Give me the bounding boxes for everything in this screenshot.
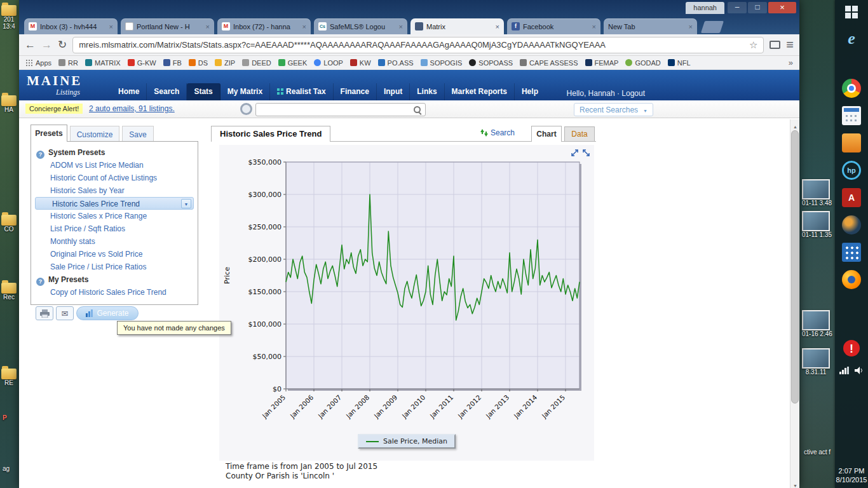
email-button[interactable]: [56, 306, 74, 320]
bookmark[interactable]: CAPE ASSESS: [520, 59, 578, 67]
bookmark[interactable]: DEED: [242, 59, 271, 67]
desktop-folder[interactable]: CO: [1, 215, 17, 233]
nav-input[interactable]: Input: [377, 83, 410, 101]
ie-icon[interactable]: e: [842, 29, 861, 48]
nav-help[interactable]: Help: [515, 83, 545, 101]
preset-item[interactable]: Historic Sales x Price Range: [34, 210, 195, 222]
browser-tab[interactable]: Inbox (72) - hanna: [217, 18, 311, 34]
report-search-button[interactable]: Search: [480, 128, 515, 137]
print-button[interactable]: [36, 306, 53, 320]
tab-close-icon[interactable]: [206, 23, 210, 30]
nav-finance[interactable]: Finance: [334, 83, 377, 101]
tab-data[interactable]: Data: [564, 126, 595, 142]
bookmark[interactable]: DS: [189, 59, 208, 67]
site-logo[interactable]: MAINE: [27, 73, 82, 89]
browser-tab[interactable]: New Tab: [604, 18, 697, 34]
minimize-button[interactable]: [728, 2, 747, 13]
calendar-icon[interactable]: [842, 106, 861, 125]
tab-close-icon[interactable]: [689, 23, 693, 30]
globe-icon[interactable]: [842, 215, 861, 234]
scrollbar[interactable]: [790, 119, 799, 488]
browser-tab[interactable]: Facebook: [507, 18, 600, 34]
bookmarks-overflow-icon[interactable]: [789, 58, 793, 67]
tray-icons[interactable]: [835, 365, 868, 377]
scroll-down-button[interactable]: [790, 478, 799, 488]
desktop-image[interactable]: 01-16 2.46: [802, 310, 832, 337]
desktop-image[interactable]: 01-11 1.35: [802, 211, 832, 238]
bookmark[interactable]: Apps: [25, 59, 51, 67]
browser-tab[interactable]: SafeMLS® Logou: [314, 18, 407, 34]
preset-item[interactable]: Historic Sales by Year: [34, 184, 195, 197]
desktop-label[interactable]: ag: [3, 465, 10, 472]
help-icon[interactable]: [36, 151, 44, 159]
cast-icon[interactable]: [770, 41, 780, 49]
bookmark[interactable]: KW: [350, 59, 371, 67]
bookmark-star-icon[interactable]: [749, 39, 757, 51]
desktop-image[interactable]: 8.31.11: [802, 348, 830, 376]
desktop-folder[interactable]: HA: [1, 95, 17, 113]
firefox-icon[interactable]: [842, 270, 861, 289]
hp-icon[interactable]: hp: [842, 161, 861, 180]
chrome-icon[interactable]: [842, 79, 861, 98]
desktop-label[interactable]: P: [3, 414, 7, 421]
back-button[interactable]: [25, 39, 36, 50]
preset-item[interactable]: Copy of Historic Sales Price Trend: [34, 286, 195, 299]
desktop-image[interactable]: 01-11 3.48: [802, 179, 832, 207]
bookmark[interactable]: RR: [58, 59, 78, 67]
preset-item[interactable]: Sale Price / List Price Ratios: [34, 261, 195, 273]
speed-bar-icon[interactable]: [240, 103, 252, 115]
preset-dropdown-button[interactable]: [181, 199, 191, 208]
preset-item[interactable]: List Price / Sqft Ratios: [34, 222, 195, 235]
bookmark[interactable]: PO.ASS: [378, 59, 414, 67]
adobe-pdf-icon[interactable]: A: [842, 188, 861, 207]
alert-icon[interactable]: !: [843, 340, 860, 356]
bookmark[interactable]: ZIP: [215, 59, 235, 67]
nav-search[interactable]: Search: [147, 83, 187, 101]
bookmark[interactable]: SOPOGIS: [421, 59, 463, 67]
browser-tab-active[interactable]: Matrix: [410, 18, 504, 34]
app-icon[interactable]: [842, 133, 861, 152]
tab-customize[interactable]: Customize: [70, 126, 119, 142]
tab-presets-active[interactable]: Presets: [31, 125, 67, 142]
address-bar[interactable]: mreis.mlsmatrix.com/Matrix/Stats/Stats.a…: [72, 37, 764, 53]
nav-stats-active[interactable]: Stats: [187, 83, 220, 101]
scroll-up-button[interactable]: [790, 119, 799, 129]
grid-app-icon[interactable]: [842, 243, 861, 262]
browser-tab[interactable]: Portland New - H: [121, 18, 214, 34]
tab-close-icon[interactable]: [592, 23, 596, 30]
tab-chart-active[interactable]: Chart: [531, 126, 562, 142]
desktop-folder[interactable]: 20113:4: [1, 5, 17, 30]
bookmark[interactable]: GODAD: [625, 59, 660, 67]
taskbar-clock[interactable]: 2:07 PM 8/10/2015: [835, 466, 868, 484]
recent-searches-dropdown[interactable]: Recent Searches: [574, 103, 653, 116]
search-input[interactable]: [255, 103, 426, 116]
generate-button[interactable]: Generate: [76, 306, 139, 320]
preset-item[interactable]: ADOM vs List Price Median: [34, 159, 195, 172]
start-button[interactable]: [835, 0, 868, 19]
bookmark[interactable]: FEMAP: [585, 59, 619, 67]
desktop-folder[interactable]: RE: [1, 369, 17, 386]
bookmark[interactable]: GEEK: [278, 59, 308, 67]
preset-item[interactable]: Historic Count of Active Listings: [34, 172, 195, 184]
tab-close-icon[interactable]: [302, 23, 306, 30]
bookmark[interactable]: FB: [163, 59, 182, 67]
nav-links[interactable]: Links: [410, 83, 444, 101]
bookmark[interactable]: SOPOASS: [469, 59, 513, 67]
desktop-folder[interactable]: Rec: [1, 283, 17, 301]
help-icon[interactable]: [36, 278, 44, 286]
forward-button[interactable]: [41, 39, 52, 50]
menu-icon[interactable]: [786, 37, 794, 52]
bookmark[interactable]: MATRIX: [85, 59, 121, 67]
nav-market-reports[interactable]: Market Reports: [445, 83, 515, 101]
tab-close-icon[interactable]: [399, 23, 403, 30]
reload-button[interactable]: [58, 39, 67, 50]
preset-item[interactable]: Original Price vs Sold Price: [34, 248, 195, 261]
scrollbar-thumb[interactable]: [791, 130, 799, 403]
bookmark[interactable]: NFL: [668, 59, 691, 67]
nav-realist-tax[interactable]: Realist Tax: [270, 83, 333, 101]
nav-my-matrix[interactable]: My Matrix: [220, 83, 270, 101]
tab-close-icon[interactable]: [496, 23, 499, 30]
preset-item-selected[interactable]: Historic Sales Price Trend: [35, 197, 194, 210]
new-tab-button[interactable]: [701, 21, 724, 33]
maximize-button[interactable]: [748, 2, 767, 13]
